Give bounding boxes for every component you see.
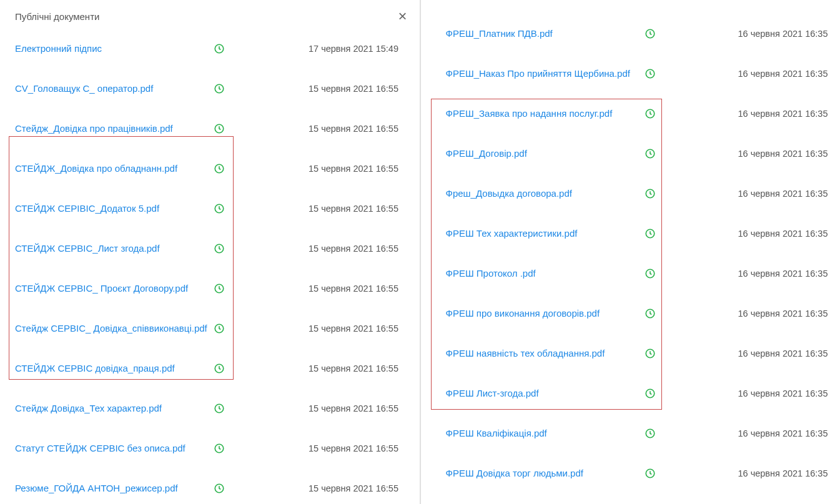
clock-icon — [645, 68, 656, 79]
clock-icon — [214, 203, 225, 214]
document-link[interactable]: СТЕЙДЖ СЕРВІС_Лист згода.pdf — [15, 242, 214, 255]
document-date: 15 червня 2021 16:55 — [225, 324, 420, 334]
clock-icon — [214, 483, 225, 494]
close-icon[interactable]: × — [398, 9, 407, 24]
document-date: 16 червня 2021 16:35 — [656, 69, 841, 79]
clock-icon — [214, 123, 225, 134]
document-date: 16 червня 2021 16:35 — [656, 269, 841, 279]
document-link[interactable]: СТЕЙДЖ СЕРВІС довідка_праця.pdf — [15, 362, 214, 375]
document-row: ФРЕШ Лист-згода.pdf16 червня 2021 16:35 — [421, 373, 841, 413]
clock-icon — [214, 363, 225, 374]
clock-icon — [645, 468, 656, 479]
document-row: Стейдж_Довідка про працівників.pdf15 чер… — [0, 109, 420, 149]
document-link[interactable]: Фреш_Довыдка договора.pdf — [446, 187, 645, 200]
document-link[interactable]: CV_Головащук С_ оператор.pdf — [15, 82, 214, 95]
document-date: 16 червня 2021 16:35 — [656, 149, 841, 159]
clock-icon — [645, 28, 656, 39]
document-row: ФРЕШ Кваліфікація.pdf16 червня 2021 16:3… — [421, 413, 841, 453]
document-row: ФРЕШ_Заявка про надання послуг.pdf16 чер… — [421, 94, 841, 134]
document-date: 16 червня 2021 16:35 — [656, 29, 841, 39]
document-date: 16 червня 2021 16:35 — [656, 229, 841, 239]
document-row: СТЕЙДЖ СЕРІВІС_Додаток 5.pdf15 червня 20… — [0, 189, 420, 229]
panel-header: Публічні документи × — [0, 0, 420, 29]
document-list-right: ФРЕШ_Платник ПДВ.pdf16 червня 2021 16:35… — [421, 0, 841, 493]
document-row: Електронний підпис17 червня 2021 15:49 — [0, 29, 420, 69]
document-row: ФРЕШ Довідка торг людьми.pdf16 червня 20… — [421, 453, 841, 493]
document-row: СТЕЙДЖ СЕРВІС_Лист згода.pdf15 червня 20… — [0, 229, 420, 269]
document-row: Резюме_ГОЙДА АНТОН_режисер.pdf15 червня … — [0, 468, 420, 504]
panel-title: Публічні документи — [15, 11, 99, 22]
document-row: ФРЕШ наявність тех обладнання.pdf16 черв… — [421, 334, 841, 373]
document-date: 16 червня 2021 16:35 — [656, 468, 841, 478]
document-date: 15 червня 2021 16:55 — [225, 84, 420, 94]
document-link[interactable]: Стейдж_Довідка про працівників.pdf — [15, 122, 214, 135]
document-row: CV_Головащук С_ оператор.pdf15 червня 20… — [0, 69, 420, 109]
document-date: 15 червня 2021 16:55 — [225, 124, 420, 134]
document-link[interactable]: СТЕЙДЖ СЕРВІС_ Проєкт Договору.pdf — [15, 282, 214, 295]
document-row: ФРЕШ про виконання договорів.pdf16 червн… — [421, 294, 841, 334]
document-link[interactable]: ФРЕШ_Договір.pdf — [446, 147, 645, 160]
clock-icon — [214, 403, 225, 414]
clock-icon — [645, 188, 656, 199]
document-link[interactable]: ФРЕШ Довідка торг людьми.pdf — [446, 467, 645, 480]
clock-icon — [214, 43, 225, 54]
clock-icon — [645, 228, 656, 239]
document-date: 15 червня 2021 16:55 — [225, 164, 420, 174]
document-row: ФРЕШ_Договір.pdf16 червня 2021 16:35 — [421, 134, 841, 174]
document-link[interactable]: ФРЕШ Тех характеристики.pdf — [446, 227, 645, 240]
document-date: 17 червня 2021 15:49 — [225, 44, 420, 54]
document-link[interactable]: Електронний підпис — [15, 42, 214, 55]
document-row: Фреш_Довыдка договора.pdf16 червня 2021 … — [421, 174, 841, 214]
document-list-left: Електронний підпис17 червня 2021 15:49CV… — [0, 29, 420, 504]
document-row: ФРЕШ_Наказ Про прийняття Щербина.pdf16 ч… — [421, 54, 841, 94]
document-row: СТЕЙДЖ_Довідка про обладнанн.pdf15 червн… — [0, 149, 420, 189]
document-date: 16 червня 2021 16:35 — [656, 189, 841, 199]
document-row: СТЕЙДЖ СЕРВІС_ Проєкт Договору.pdf15 чер… — [0, 269, 420, 309]
clock-icon — [214, 83, 225, 94]
document-date: 15 червня 2021 16:55 — [225, 403, 420, 413]
document-date: 15 червня 2021 16:55 — [225, 443, 420, 453]
document-date: 16 червня 2021 16:35 — [656, 388, 841, 398]
document-link[interactable]: ФРЕШ_Платник ПДВ.pdf — [446, 27, 645, 40]
clock-icon — [214, 283, 225, 294]
document-row: Стейдж Довідка_Тех характер.pdf15 червня… — [0, 388, 420, 428]
clock-icon — [645, 348, 656, 359]
document-row: ФРЕШ Тех характеристики.pdf16 червня 202… — [421, 214, 841, 254]
left-panel: Публічні документи × Електронний підпис1… — [0, 0, 421, 504]
document-link[interactable]: ФРЕШ наявність тех обладнання.pdf — [446, 347, 645, 360]
document-date: 15 червня 2021 16:55 — [225, 244, 420, 254]
clock-icon — [645, 268, 656, 279]
document-link[interactable]: Стейдж Довідка_Тех характер.pdf — [15, 402, 214, 415]
document-date: 15 червня 2021 16:55 — [225, 284, 420, 294]
document-link[interactable]: Резюме_ГОЙДА АНТОН_режисер.pdf — [15, 482, 214, 495]
document-link[interactable]: ФРЕШ_Заявка про надання послуг.pdf — [446, 107, 645, 120]
document-row: СТЕЙДЖ СЕРВІС довідка_праця.pdf15 червня… — [0, 348, 420, 388]
document-date: 15 червня 2021 16:55 — [225, 363, 420, 373]
document-link[interactable]: Статут СТЕЙДЖ СЕРВІС без описа.pdf — [15, 442, 214, 455]
document-row: Статут СТЕЙДЖ СЕРВІС без описа.pdf15 чер… — [0, 428, 420, 468]
document-date: 16 червня 2021 16:35 — [656, 309, 841, 319]
clock-icon — [214, 243, 225, 254]
document-link[interactable]: ФРЕШ Кваліфікація.pdf — [446, 427, 645, 440]
document-date: 16 червня 2021 16:35 — [656, 428, 841, 438]
clock-icon — [645, 308, 656, 319]
clock-icon — [645, 428, 656, 439]
document-link[interactable]: ФРЕШ_Наказ Про прийняття Щербина.pdf — [446, 67, 645, 80]
clock-icon — [645, 108, 656, 119]
document-date: 16 червня 2021 16:35 — [656, 348, 841, 358]
document-row: ФРЕШ Протокол .pdf16 червня 2021 16:35 — [421, 254, 841, 294]
clock-icon — [214, 323, 225, 334]
right-panel: ФРЕШ_Платник ПДВ.pdf16 червня 2021 16:35… — [421, 0, 841, 504]
document-date: 15 червня 2021 16:55 — [225, 483, 420, 493]
document-link[interactable]: СТЕЙДЖ_Довідка про обладнанн.pdf — [15, 162, 214, 175]
document-link[interactable]: ФРЕШ про виконання договорів.pdf — [446, 307, 645, 320]
clock-icon — [645, 148, 656, 159]
clock-icon — [214, 443, 225, 454]
document-link[interactable]: СТЕЙДЖ СЕРІВІС_Додаток 5.pdf — [15, 202, 214, 215]
document-link[interactable]: ФРЕШ Лист-згода.pdf — [446, 387, 645, 400]
document-link[interactable]: ФРЕШ Протокол .pdf — [446, 267, 645, 280]
document-row: Стейдж СЕРВІС_ Довідка_співвиконавці.pdf… — [0, 309, 420, 348]
clock-icon — [214, 163, 225, 174]
clock-icon — [645, 388, 656, 399]
document-link[interactable]: Стейдж СЕРВІС_ Довідка_співвиконавці.pdf — [15, 322, 214, 335]
